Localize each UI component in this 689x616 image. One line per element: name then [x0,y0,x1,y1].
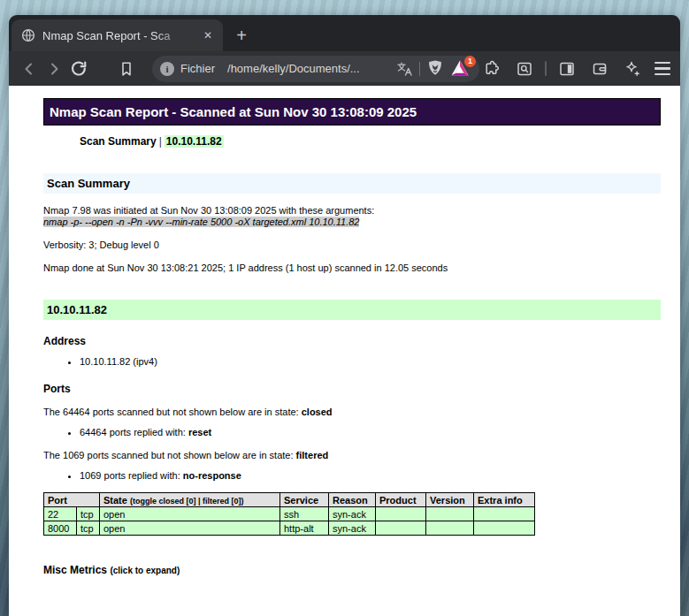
col-state[interactable]: State (toggle closed [0] | filtered [0]) [100,493,280,507]
active-tab[interactable]: Nmap Scan Report - Sca ✕ [11,19,223,51]
col-extra: Extra info [474,493,535,507]
address-list: 10.10.11.82 (ipv4) [43,356,661,368]
port-number: 8000 [44,521,77,536]
closed-ports-item: 64464 ports replied with: reset [80,427,661,438]
search-tabs-icon[interactable] [512,57,537,81]
reload-button[interactable] [66,57,91,81]
address-item: 10.10.11.82 (ipv4) [80,356,661,368]
pill-separator [419,62,420,76]
menu-icon[interactable] [653,60,672,77]
nav-scan-summary-link[interactable]: Scan Summary [80,135,157,148]
ports-heading: Ports [43,383,661,395]
port-product [376,521,426,536]
brave-rewards-icon[interactable]: 1 [450,59,471,79]
bookmark-icon[interactable] [114,57,139,81]
port-service: ssh [280,507,329,521]
port-reason: syn-ack [329,507,376,521]
toolbar-separator [545,61,547,76]
port-row-22: 22 tcp open ssh syn-ack [44,507,535,521]
extensions-icon[interactable] [479,57,504,81]
wallet-icon[interactable] [587,57,612,81]
back-button[interactable] [17,57,42,81]
tab-close-icon[interactable]: ✕ [200,27,216,43]
host-heading: 10.10.11.82 [43,300,661,320]
col-service: Service [280,493,329,507]
misc-metrics-label: Misc Metrics [43,564,110,576]
misc-metrics-toggle[interactable]: Misc Metrics (click to expand) [43,564,661,576]
filtered-ports-item: 1069 ports replied with: no-response [80,470,661,482]
port-state: open [100,521,280,536]
port-protocol: tcp [77,507,100,521]
ports-table: Port State (toggle closed [0] | filtered… [43,492,535,536]
port-extra [474,521,535,536]
report-title: Nmap Scan Report - Scanned at Sun Nov 30… [43,98,661,125]
address-bar[interactable]: i Fichier /home/kelly/Documents/... [152,56,479,82]
tab-title: Nmap Scan Report - Sca [42,29,193,42]
port-state: open [100,507,280,521]
nav-separator: | [159,135,162,148]
scheme-label: Fichier [180,62,215,75]
scan-summary-heading: Scan Summary [43,173,661,194]
report-page: Nmap Scan Report - Scanned at Sun Nov 30… [9,86,680,616]
closed-ports-list: 64464 ports replied with: reset [43,427,661,438]
site-info-chip[interactable]: i Fichier [160,62,215,76]
globe-icon [21,28,35,42]
col-version: Version [426,493,474,507]
port-extra [474,507,535,521]
site-info-icon[interactable]: i [160,62,174,76]
port-number: 22 [44,507,77,521]
translate-icon[interactable] [396,61,413,77]
port-service: http-alt [280,521,329,536]
nmap-command: nmap -p- --open -n -Pn -vvv --min-rate 5… [43,217,359,227]
port-reason: syn-ack [329,521,376,536]
sidebar-toggle-icon[interactable] [555,57,579,81]
port-row-8000: 8000 tcp open http-alt syn-ack [44,521,535,536]
state-toggle-link[interactable]: (toggle closed [0] | filtered [0]) [130,497,244,506]
rewards-badge: 1 [464,56,476,67]
report-nav: Scan Summary|10.10.11.82 [80,135,661,148]
nav-host-link[interactable]: 10.10.11.82 [165,135,224,148]
filtered-ports-list: 1069 ports replied with: no-response [43,470,661,482]
col-product: Product [376,493,426,507]
verbosity-line: Verbosity: 3; Debug level 0 [43,240,661,251]
new-tab-button[interactable]: + [229,23,254,48]
port-version [426,507,474,521]
filtered-ports-line: The 1069 ports scanned but not shown bel… [43,450,661,461]
scan-done-line: Nmap done at Sun Nov 30 13:08:21 2025; 1… [43,262,661,274]
browser-window: Nmap Scan Report - Sca ✕ + i Fichier [9,15,680,616]
port-product [376,507,426,521]
col-port: Port [44,493,100,507]
filtered-ports-text: The 1069 ports scanned but not shown bel… [43,450,296,460]
browser-toolbar: i Fichier /home/kelly/Documents/... [9,51,680,86]
port-protocol: tcp [77,521,100,536]
ports-table-header-row: Port State (toggle closed [0] | filtered… [44,493,535,507]
scan-initiated-text: Nmap 7.98 was initiated at Sun Nov 30 13… [43,205,374,216]
filtered-state: filtered [296,450,329,460]
tab-strip: Nmap Scan Report - Sca ✕ + [9,15,680,51]
closed-ports-line: The 64464 ports scanned but not shown be… [43,407,661,418]
address-heading: Address [43,335,661,347]
scan-initiated-line: Nmap 7.98 was initiated at Sun Nov 30 13… [43,205,661,228]
col-reason: Reason [329,493,376,507]
forward-button[interactable] [42,57,66,81]
leo-ai-icon[interactable] [620,57,645,81]
closed-ports-text: The 64464 ports scanned but not shown be… [43,407,302,417]
misc-metrics-hint: (click to expand) [110,566,180,575]
closed-state: closed [302,407,333,417]
port-version [426,521,474,536]
address-text[interactable]: /home/kelly/Documents/... [227,62,390,75]
brave-shields-icon[interactable] [426,59,444,78]
